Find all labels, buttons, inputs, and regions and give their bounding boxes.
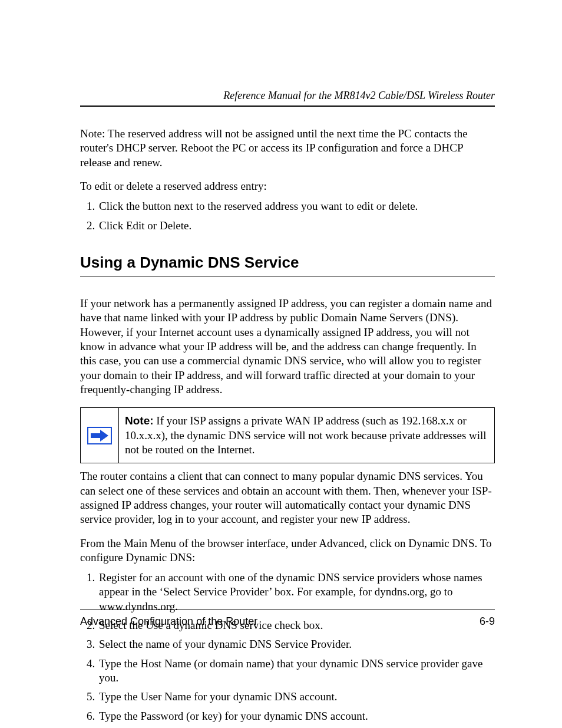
page-footer: Advanced Configuration of the Router 6-9 — [80, 615, 495, 628]
list-item: Select the name of your dynamic DNS Serv… — [98, 637, 495, 651]
list-item: Click Edit or Delete. — [98, 219, 495, 233]
note-text: Note: If your ISP assigns a private WAN … — [118, 408, 494, 463]
section-heading-ddns: Using a Dynamic DNS Service — [80, 253, 495, 276]
body-column: Note: The reserved address will not be a… — [80, 127, 495, 723]
svg-marker-1 — [91, 430, 108, 442]
paragraph-ddns-client: The router contains a client that can co… — [80, 469, 495, 526]
note-label: Note: — [125, 414, 154, 427]
running-header: Reference Manual for the MR814v2 Cable/D… — [80, 90, 495, 107]
list-item: Type the Password (or key) for your dyna… — [98, 709, 495, 723]
list-item: Type the User Name for your dynamic DNS … — [98, 690, 495, 704]
page: Reference Manual for the MR814v2 Cable/D… — [0, 0, 562, 728]
list-item: Click the button next to the reserved ad… — [98, 199, 495, 213]
paragraph-edit-leadin: To edit or delete a reserved address ent… — [80, 179, 495, 193]
list-item: Register for an account with one of the … — [98, 571, 495, 614]
paragraph-ddns-intro: If your network has a permanently assign… — [80, 297, 495, 397]
steps-edit-delete: Click the button next to the reserved ad… — [80, 199, 495, 233]
footer-rule — [80, 610, 495, 610]
note-arrow-icon — [81, 408, 118, 463]
paragraph-ddns-configure-leadin: From the Main Menu of the browser interf… — [80, 536, 495, 565]
list-item: Type the Host Name (or domain name) that… — [98, 657, 495, 686]
steps-configure-ddns: Register for an account with one of the … — [80, 571, 495, 723]
footer-page-number: 6-9 — [480, 615, 495, 628]
paragraph-reserved-note: Note: The reserved address will not be a… — [80, 127, 495, 170]
footer-section-title: Advanced Configuration of the Router — [80, 615, 257, 628]
note-box: Note: If your ISP assigns a private WAN … — [80, 407, 495, 463]
note-body: If your ISP assigns a private WAN IP add… — [125, 414, 487, 456]
